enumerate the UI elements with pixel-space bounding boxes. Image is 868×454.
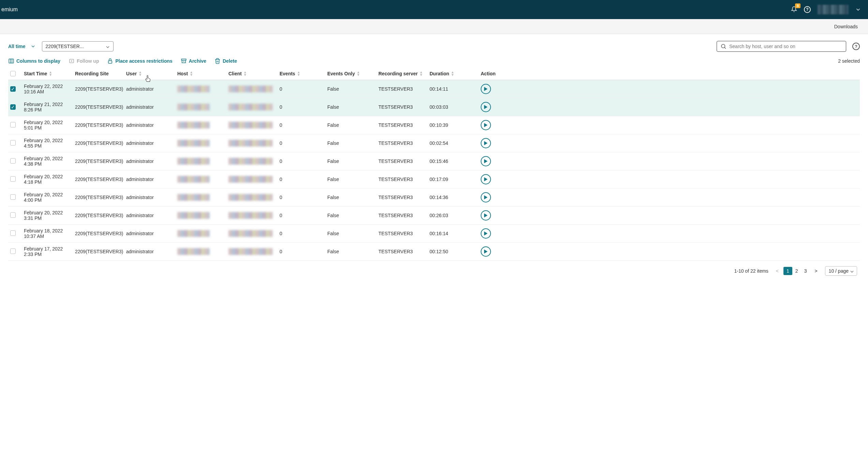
archive-button[interactable]: Archive [181, 58, 206, 64]
place-restrictions-button[interactable]: Place access restrictions [107, 58, 172, 64]
sort-icon: ▲▼ [357, 71, 360, 76]
delete-button[interactable]: Delete [214, 58, 237, 64]
cell-recording-site: 2209(TESTSERVER3) [75, 177, 126, 182]
cell-action [481, 156, 515, 166]
row-checkbox[interactable] [10, 212, 16, 218]
row-checkbox[interactable] [10, 230, 16, 236]
row-checkbox[interactable] [10, 122, 16, 127]
play-button[interactable] [481, 84, 491, 94]
col-events-only[interactable]: Events Only▲▼ [327, 71, 378, 76]
help-button[interactable]: ? [804, 6, 811, 13]
downloads-link[interactable]: Downloads [834, 24, 858, 29]
table-row[interactable]: ✓ February 21, 20228:26 PM 2209(TESTSERV… [8, 98, 860, 116]
cell-recording-server: TESTSERVER3 [378, 231, 430, 236]
cell-recording-server: TESTSERVER3 [378, 158, 430, 164]
cell-start-time: February 20, 20225:01 PM [24, 120, 75, 131]
cell-action [481, 174, 515, 184]
table-row[interactable]: February 20, 20224:18 PM 2209(TESTSERVER… [8, 170, 860, 188]
cell-action [481, 210, 515, 221]
search-input[interactable] [729, 44, 842, 49]
filter-left: All time 2209(TESTSER... [8, 41, 114, 51]
time-range-filter[interactable]: All time [8, 44, 36, 49]
svg-marker-19 [484, 249, 488, 254]
page-size-select[interactable]: 10 / page [825, 266, 857, 276]
play-button[interactable] [481, 246, 491, 257]
cell-events: 0 [280, 195, 327, 200]
col-action: Action [481, 71, 515, 76]
cell-action [481, 246, 515, 257]
cell-duration: 00:16:14 [430, 231, 481, 236]
cell-host [177, 122, 228, 128]
col-host[interactable]: Host▲▼ [177, 71, 228, 76]
table-row[interactable]: February 20, 20223:31 PM 2209(TESTSERVER… [8, 207, 860, 225]
play-button[interactable] [481, 156, 491, 166]
table-row[interactable]: ✓ February 22, 202210:16 AM 2209(TESTSER… [8, 80, 860, 98]
cell-start-time: February 17, 20222:33 PM [24, 246, 75, 257]
cell-host [177, 248, 228, 255]
col-events[interactable]: Events▲▼ [280, 71, 327, 76]
row-checkbox[interactable]: ✓ [10, 104, 16, 110]
table-row[interactable]: February 20, 20224:00 PM 2209(TESTSERVER… [8, 188, 860, 207]
cell-events-only: False [327, 104, 378, 110]
table-row[interactable]: February 20, 20224:38 PM 2209(TESTSERVER… [8, 152, 860, 170]
row-checkbox[interactable]: ✓ [10, 86, 16, 92]
cell-start-time: February 20, 20224:18 PM [24, 174, 75, 185]
page-range-text: 1-10 of 22 items [734, 268, 768, 274]
cell-events-only: False [327, 177, 378, 182]
cell-start-time: February 18, 202210:37 AM [24, 228, 75, 239]
col-user[interactable]: User▲▼ [126, 71, 177, 76]
delete-label: Delete [223, 58, 237, 64]
col-recording-site[interactable]: Recording Site [75, 71, 126, 76]
play-button[interactable] [481, 192, 491, 202]
play-button[interactable] [481, 138, 491, 148]
row-checkbox[interactable] [10, 158, 16, 164]
cell-client [228, 140, 280, 147]
play-icon [484, 87, 488, 91]
col-recording-server[interactable]: Recording server▲▼ [378, 71, 430, 76]
page-number[interactable]: 3 [801, 267, 810, 275]
play-icon [484, 141, 488, 146]
search-box[interactable] [717, 41, 846, 52]
row-checkbox[interactable] [10, 140, 16, 146]
table-row[interactable]: February 17, 20222:33 PM 2209(TESTSERVER… [8, 243, 860, 261]
play-button[interactable] [481, 120, 491, 130]
subbar: Downloads [0, 19, 868, 34]
cell-user: administrator [126, 177, 177, 182]
table-row[interactable]: February 18, 202210:37 AM 2209(TESTSERVE… [8, 225, 860, 243]
svg-rect-7 [108, 61, 112, 63]
notification-badge: 8 [795, 3, 800, 8]
cell-recording-server: TESTSERVER3 [378, 140, 430, 146]
prev-page-button[interactable]: < [774, 268, 781, 274]
context-help-button[interactable]: ? [852, 43, 860, 50]
row-checkbox[interactable] [10, 248, 16, 254]
svg-marker-16 [484, 195, 488, 199]
recordings-table: Start Time▲▼ Recording Site User▲▼ Host▲… [8, 67, 860, 261]
columns-to-display-button[interactable]: Columns to display [8, 58, 60, 64]
col-start-time[interactable]: Start Time▲▼ [24, 71, 75, 76]
cell-events-only: False [327, 122, 378, 128]
table-row[interactable]: February 20, 20224:55 PM 2209(TESTSERVER… [8, 134, 860, 152]
sort-icon: ▲▼ [49, 71, 52, 76]
row-checkbox[interactable] [10, 194, 16, 200]
play-button[interactable] [481, 174, 491, 184]
page-number[interactable]: 1 [783, 267, 792, 275]
cell-user: administrator [126, 140, 177, 146]
cell-host [177, 230, 228, 237]
user-menu[interactable] [818, 5, 848, 14]
page-number[interactable]: 2 [792, 267, 801, 275]
play-button[interactable] [481, 102, 491, 112]
col-client[interactable]: Client▲▼ [228, 71, 280, 76]
chevron-down-icon[interactable] [855, 6, 861, 13]
cell-events-only: False [327, 140, 378, 146]
col-duration[interactable]: Duration▲▼ [430, 71, 481, 76]
select-all-checkbox[interactable] [10, 71, 16, 76]
notifications-button[interactable]: 8 [791, 6, 797, 13]
play-button[interactable] [481, 228, 491, 239]
columns-label: Columns to display [16, 58, 60, 64]
row-checkbox[interactable] [10, 176, 16, 182]
table-row[interactable]: February 20, 20225:01 PM 2209(TESTSERVER… [8, 116, 860, 134]
play-button[interactable] [481, 210, 491, 221]
sort-icon: ▲▼ [138, 71, 142, 76]
server-select[interactable]: 2209(TESTSER... [42, 41, 114, 51]
next-page-button[interactable]: > [812, 268, 819, 274]
